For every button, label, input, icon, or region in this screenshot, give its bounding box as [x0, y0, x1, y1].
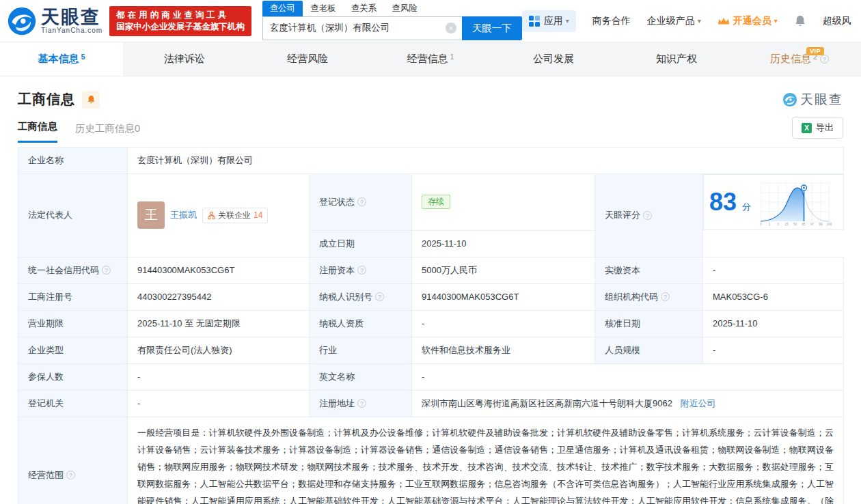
svg-text:1: 1: [769, 223, 771, 226]
header-nav: 应用 ▾ 商务合作 企业级产品 ▾ 开通会员 ▾ 超级风... ▾: [522, 10, 851, 32]
biz-cooperation-link[interactable]: 商务合作: [592, 15, 631, 27]
tab-history-info[interactable]: VIP 历史信息2 ?: [738, 42, 861, 76]
watermark-logo-icon: [782, 92, 797, 107]
svg-text:99: 99: [819, 223, 823, 226]
tab-intellectual-property[interactable]: 知识产权: [615, 42, 738, 76]
watermark-logo: 天眼查: [782, 91, 843, 109]
chevron-down-icon: ▾: [698, 17, 701, 25]
excel-icon: X: [802, 123, 812, 133]
help-icon[interactable]: ?: [357, 399, 366, 408]
help-icon[interactable]: ?: [375, 292, 384, 301]
related-companies-badge[interactable]: 关联企业 14: [202, 208, 268, 223]
nearby-companies-link[interactable]: 附近公司: [681, 398, 716, 408]
search-tab-risk[interactable]: 查风险: [384, 1, 425, 16]
search-tab-boss[interactable]: 查老板: [303, 1, 344, 16]
taxpayer-id-label: 纳税人识别号?: [310, 283, 412, 310]
tab-company-development[interactable]: 公司发展: [492, 42, 615, 76]
search-button[interactable]: 天眼一下: [462, 16, 522, 40]
slogan-line-1: 都在用的商业查询工具: [116, 10, 245, 21]
english-name-label: 英文名称: [310, 363, 412, 390]
org-code-value: MAK053CG-6: [703, 283, 844, 310]
establish-date-label: 成立日期: [310, 230, 412, 257]
company-type-label: 企业类型: [18, 337, 128, 363]
registry-authority-value: -: [128, 390, 310, 417]
super-risk-link[interactable]: 超级风... ▾: [823, 15, 851, 27]
reg-address-value: 深圳市南山区粤海街道高新区社区高新南六道十号朗科大厦9062 附近公司: [412, 390, 844, 417]
search-area: 查公司 查老板 查关系 查风险 × 天眼一下: [262, 2, 522, 40]
brand-slogan: 都在用的商业查询工具 国家中小企业发展子基金旗下机构: [109, 6, 251, 36]
english-name-value: -: [412, 363, 844, 390]
help-icon[interactable]: ?: [66, 471, 75, 479]
help-icon[interactable]: ?: [820, 55, 829, 64]
svg-text:85: 85: [802, 223, 806, 226]
score-unit: 分: [742, 201, 751, 213]
company-name-value: 玄度计算机（深圳）有限公司: [128, 148, 844, 174]
table-row: 企业类型 有限责任公司(法人独资) 行业 软件和信息技术服务业 人员规模 -: [18, 337, 844, 363]
brand-domain: TianYanCha.com: [41, 27, 102, 34]
subscribe-bell-icon[interactable]: [82, 91, 100, 109]
search-tabs: 查公司 查老板 查关系 查风险: [262, 2, 522, 16]
help-icon[interactable]: ?: [357, 197, 366, 206]
credit-code-label: 统一社会信用代码?: [18, 257, 128, 283]
avatar[interactable]: 王: [137, 201, 165, 229]
tab-legal-proceedings[interactable]: 法律诉讼: [123, 42, 246, 76]
enterprise-product-link[interactable]: 企业级产品 ▾: [647, 15, 701, 27]
tab-basic-info[interactable]: 基本信息5: [0, 42, 123, 76]
brand-logo-icon: [7, 6, 37, 36]
search-input[interactable]: [262, 16, 462, 40]
approval-date-label: 核准日期: [595, 310, 703, 337]
svg-text:97: 97: [810, 223, 815, 226]
top-header: 天眼查 TianYanCha.com 都在用的商业查询工具 国家中小企业发展子基…: [0, 0, 861, 42]
legal-rep-label: 法定代表人: [18, 174, 128, 257]
legal-rep-cell: 王 王振凯 关联企业 14: [128, 174, 310, 257]
help-icon[interactable]: ?: [661, 292, 670, 301]
export-button[interactable]: X 导出: [792, 117, 843, 139]
subtab-business-info[interactable]: 工商信息: [18, 120, 57, 143]
reg-number-value: 440300227395442: [128, 283, 310, 310]
org-code-label: 组织机构代码?: [595, 283, 703, 310]
reg-capital-label: 注册资本?: [310, 257, 412, 283]
table-row: 统一社会信用代码? 91440300MAK053CG6T 注册资本? 5000万…: [18, 257, 844, 283]
table-row: 经营范围? 一般经营项目是：计算机软硬件及外围设备制造；计算机及办公设备维修；计…: [18, 417, 844, 504]
clear-icon[interactable]: ×: [446, 23, 456, 33]
reg-status-value: 存续: [412, 174, 595, 231]
staff-size-value: -: [703, 337, 844, 363]
search-tab-relation[interactable]: 查关系: [344, 1, 385, 16]
taxpayer-id-value: 91440300MAK053CG6T: [412, 283, 595, 310]
paid-capital-label: 实缴资本: [595, 257, 703, 283]
company-type-value: 有限责任公司(法人独资): [128, 337, 310, 363]
subtab-history-business-info[interactable]: 历史工商信息0: [75, 122, 140, 143]
chevron-down-icon: ▾: [566, 17, 569, 25]
staff-size-label: 人员规模: [595, 337, 703, 363]
taxpayer-qualification-label: 纳税人资质: [310, 310, 412, 337]
status-badge: 存续: [422, 195, 450, 209]
tab-operating-info[interactable]: 经营信息1: [369, 42, 492, 76]
insured-count-label: 参保人数: [18, 363, 128, 390]
svg-text:15: 15: [784, 223, 789, 226]
help-icon[interactable]: ?: [643, 211, 652, 220]
score-cell: 83 分: [703, 174, 844, 230]
score-value: 83: [709, 190, 737, 214]
business-scope-value: 一般经营项目是：计算机软硬件及外围设备制造；计算机及办公设备维修；计算机软硬件及…: [128, 417, 844, 504]
industry-value: 软件和信息技术服务业: [412, 337, 595, 363]
score-distribution-chart: 0 1 3 15 50 85 97 99 100: [756, 178, 837, 227]
page-title: 工商信息: [18, 90, 75, 109]
legal-rep-link[interactable]: 王振凯: [170, 209, 197, 221]
help-icon[interactable]: ?: [357, 266, 366, 275]
apps-button[interactable]: 应用 ▾: [522, 10, 576, 32]
reg-status-label: 登记状态 ?: [310, 174, 412, 231]
business-info-table: 企业名称 玄度计算机（深圳）有限公司 法定代表人 王 王振凯: [18, 147, 844, 504]
business-scope-label: 经营范围?: [18, 417, 128, 504]
vip-upgrade-link[interactable]: 开通会员 ▾: [718, 15, 778, 27]
help-icon[interactable]: ?: [102, 266, 111, 275]
notification-bell-icon[interactable]: [794, 14, 806, 27]
taxpayer-qualification-value: -: [412, 310, 595, 337]
crown-icon: [718, 16, 730, 25]
chevron-down-icon: ▾: [774, 17, 778, 25]
brand-logo[interactable]: 天眼查 TianYanCha.com: [7, 6, 102, 36]
table-row: 法定代表人 王 王振凯 关联企业 14: [18, 174, 844, 231]
tab-operating-risk[interactable]: 经营风险: [246, 42, 369, 76]
org-chart-icon: [208, 212, 215, 219]
search-tab-company[interactable]: 查公司: [262, 1, 303, 16]
establish-date-value: 2025-11-10: [412, 230, 595, 257]
